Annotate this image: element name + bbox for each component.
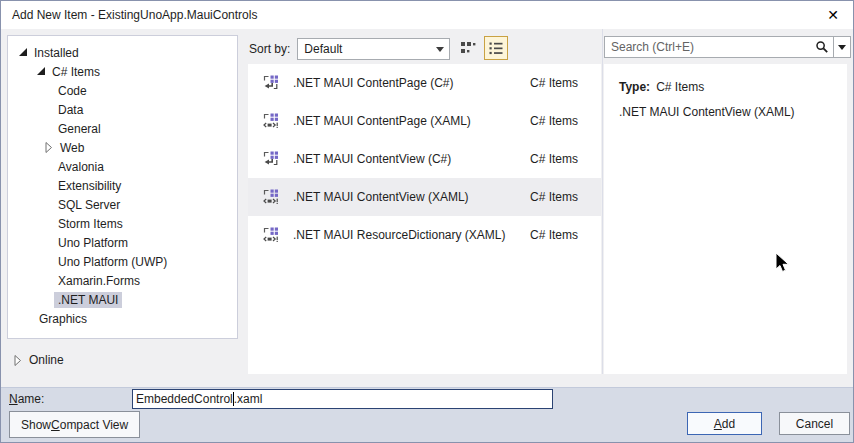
tree-collapsed-icon[interactable]	[44, 142, 54, 153]
dialog-title: Add New Item - ExistingUnoApp.MauiContro…	[12, 8, 257, 22]
xaml-template-icon	[263, 189, 279, 205]
chevron-down-icon	[436, 47, 444, 52]
tree-node-label: Data	[58, 103, 83, 117]
tree-node-csharp-items[interactable]: C# Items	[8, 62, 237, 81]
tree-node-uno-platform[interactable]: Uno Platform	[8, 233, 237, 252]
small-icons-view-icon	[460, 40, 476, 56]
tree-node-sql-server[interactable]: SQL Server	[8, 195, 237, 214]
tree-expanded-icon[interactable]	[36, 66, 46, 77]
search-placeholder: Search (Ctrl+E)	[605, 40, 811, 54]
tree-node-avalonia[interactable]: Avalonia	[8, 157, 237, 176]
xaml-template-icon	[263, 227, 279, 243]
dialog-body: Installed C# Items Code Data General Web…	[1, 29, 853, 387]
tree-node-extensibility[interactable]: Extensibility	[8, 176, 237, 195]
sort-dropdown[interactable]: Default	[297, 38, 450, 60]
name-input[interactable]: EmbeddedControl.xaml	[132, 389, 553, 409]
csharp-template-icon	[263, 75, 279, 91]
template-row[interactable]: .NET MAUI ContentPage (XAML) C# Items	[248, 102, 601, 140]
category-tree: Installed C# Items Code Data General Web…	[7, 35, 238, 339]
sort-bar: Sort by: Default	[249, 37, 450, 61]
template-details-panel: Type:C# Items .NET MAUI ContentView (XAM…	[604, 64, 847, 374]
type-label: Type:	[619, 80, 650, 94]
tree-node-label: Avalonia	[58, 160, 104, 174]
tree-node-online[interactable]: Online	[13, 353, 64, 367]
list-view-icon	[488, 40, 504, 56]
tree-node-graphics[interactable]: Graphics	[8, 309, 237, 328]
template-row[interactable]: .NET MAUI ContentPage (C#) C# Items	[248, 64, 601, 102]
tree-node-label: Storm Items	[58, 217, 123, 231]
add-new-item-dialog: Add New Item - ExistingUnoApp.MauiContro…	[0, 0, 854, 443]
tree-node-installed[interactable]: Installed	[8, 43, 237, 62]
cancel-button[interactable]: Cancel	[779, 412, 850, 435]
template-row[interactable]: .NET MAUI ResourceDictionary (XAML) C# I…	[248, 216, 601, 254]
tree-node-uno-platform-uwp[interactable]: Uno Platform (UWP)	[8, 252, 237, 271]
template-category: C# Items	[530, 228, 578, 242]
tree-node-general[interactable]: General	[8, 119, 237, 138]
title-bar: Add New Item - ExistingUnoApp.MauiContro…	[1, 1, 853, 29]
tree-node-label: General	[58, 122, 101, 136]
sort-by-label: Sort by:	[249, 42, 290, 56]
name-label: Name:	[9, 392, 44, 406]
tree-node-label: Xamarin.Forms	[58, 274, 140, 288]
small-icons-view-button[interactable]	[456, 36, 480, 60]
template-list: .NET MAUI ContentPage (C#) C# Items .NET…	[248, 64, 601, 374]
template-name: .NET MAUI ContentPage (XAML)	[293, 114, 530, 128]
template-name: .NET MAUI ContentPage (C#)	[293, 76, 530, 90]
template-description: .NET MAUI ContentView (XAML)	[619, 105, 837, 119]
search-icon[interactable]	[811, 40, 833, 54]
tree-expanded-icon[interactable]	[18, 47, 28, 58]
add-button[interactable]: Add	[687, 412, 762, 435]
tree-node-label-selected: .NET MAUI	[54, 292, 122, 308]
template-category: C# Items	[530, 152, 578, 166]
name-value-after-caret: .xaml	[234, 392, 263, 406]
template-name: .NET MAUI ContentView (XAML)	[293, 190, 530, 204]
panel-divider	[602, 29, 603, 374]
template-category: C# Items	[530, 190, 578, 204]
tree-collapsed-icon[interactable]	[13, 355, 23, 366]
search-options-button[interactable]	[833, 37, 850, 57]
tree-node-label: C# Items	[52, 65, 100, 79]
tree-node-storm-items[interactable]: Storm Items	[8, 214, 237, 233]
list-view-button[interactable]	[484, 36, 508, 60]
tree-node-label: Code	[58, 84, 87, 98]
close-icon: ✕	[827, 7, 839, 23]
template-category: C# Items	[530, 76, 578, 90]
template-row-selected[interactable]: .NET MAUI ContentView (XAML) C# Items	[248, 178, 601, 216]
tree-node-label: SQL Server	[58, 198, 120, 212]
tree-node-label: Extensibility	[58, 179, 121, 193]
template-row[interactable]: .NET MAUI ContentView (C#) C# Items	[248, 140, 601, 178]
template-category: C# Items	[530, 114, 578, 128]
name-value-before-caret: EmbeddedControl	[136, 392, 233, 406]
tree-node-xamarin-forms[interactable]: Xamarin.Forms	[8, 271, 237, 290]
tree-node-label: Online	[29, 353, 64, 367]
chevron-down-icon	[838, 45, 846, 50]
tree-node-code[interactable]: Code	[8, 81, 237, 100]
sort-dropdown-value: Default	[304, 42, 342, 56]
footer-bar: Name: EmbeddedControl.xaml Show Compact …	[1, 387, 853, 442]
type-value: C# Items	[656, 80, 704, 94]
template-name: .NET MAUI ResourceDictionary (XAML)	[293, 228, 530, 242]
close-button[interactable]: ✕	[823, 5, 843, 25]
tree-node-label: Web	[60, 141, 84, 155]
tree-node-label: Installed	[34, 46, 79, 60]
tree-node-label: Graphics	[39, 312, 87, 326]
xaml-template-icon	[263, 113, 279, 129]
template-name: .NET MAUI ContentView (C#)	[293, 152, 530, 166]
tree-node-dotnet-maui[interactable]: .NET MAUI	[8, 290, 237, 309]
tree-node-data[interactable]: Data	[8, 100, 237, 119]
tree-node-label: Uno Platform	[58, 236, 128, 250]
view-mode-buttons	[456, 36, 508, 60]
search-input[interactable]: Search (Ctrl+E)	[604, 36, 851, 58]
show-compact-view-button[interactable]: Show Compact View	[9, 411, 140, 438]
tree-node-web[interactable]: Web	[8, 138, 237, 157]
csharp-template-icon	[263, 151, 279, 167]
tree-node-label: Uno Platform (UWP)	[58, 255, 167, 269]
